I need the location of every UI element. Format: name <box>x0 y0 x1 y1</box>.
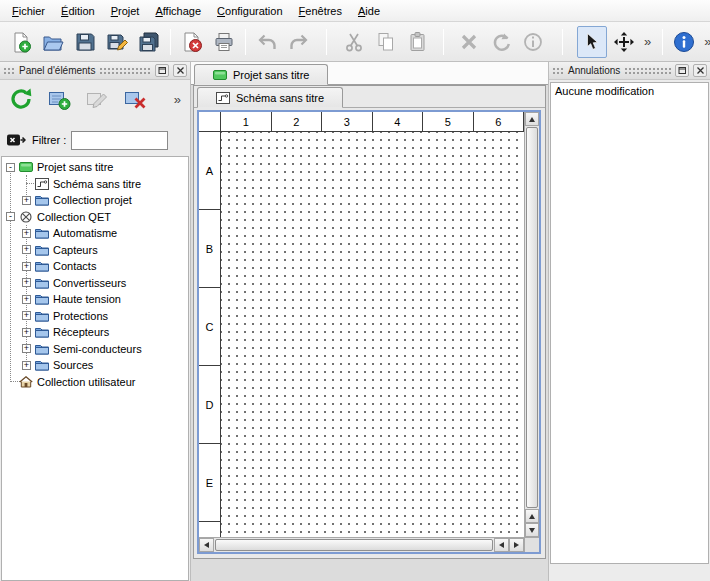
tree-expander[interactable]: + <box>22 262 31 271</box>
vertical-scroll-track[interactable] <box>526 127 538 508</box>
menu-fenetres[interactable]: Fenêtres <box>291 2 350 20</box>
tree-item-collection-qet[interactable]: - Collection QET <box>2 209 188 226</box>
close-document-button[interactable] <box>177 26 207 58</box>
cut-scissors-icon <box>343 31 365 53</box>
filter-input[interactable] <box>71 131 168 150</box>
toolbar-extension-chevron[interactable]: » <box>701 34 710 49</box>
tree-item-collection-projet[interactable]: + Collection projet <box>2 192 188 209</box>
delete-element-button[interactable] <box>120 84 150 114</box>
project-icon <box>213 69 227 81</box>
tree-expander[interactable]: - <box>6 212 15 221</box>
dock-title: Panel d'éléments <box>19 65 95 76</box>
schema-view: 1 2 3 4 5 6 A B C D E <box>197 110 541 554</box>
menu-affichage[interactable]: Affichage <box>147 2 209 20</box>
panel-toolbar-extension-chevron[interactable]: » <box>171 92 184 107</box>
move-mode-button[interactable] <box>609 26 639 58</box>
scroll-up-button[interactable] <box>525 509 539 523</box>
cut-button[interactable] <box>339 26 369 58</box>
dock-float-button[interactable] <box>155 64 169 77</box>
vertical-scrollbar[interactable] <box>524 112 539 537</box>
scroll-right-button[interactable] <box>509 538 524 552</box>
tree-expander[interactable]: + <box>22 328 31 337</box>
tree-expander[interactable]: + <box>22 196 31 205</box>
scroll-left-button[interactable] <box>199 538 214 552</box>
new-document-button[interactable] <box>6 26 36 58</box>
tree-item-projet-sans-titre[interactable]: - Projet sans titre <box>2 159 188 176</box>
tree-item-contacts[interactable]: + Contacts <box>2 258 188 275</box>
dock-float-button[interactable] <box>675 64 689 77</box>
paste-button[interactable] <box>403 26 433 58</box>
undo-list[interactable]: Aucune modification <box>550 82 709 564</box>
tree-expander[interactable]: + <box>22 361 31 370</box>
horizontal-scroll-track[interactable] <box>215 539 493 551</box>
tree-item-schema-sans-titre[interactable]: Schéma sans titre <box>2 176 188 193</box>
dock-title: Annulations <box>568 65 620 76</box>
tree-item-capteurs[interactable]: + Capteurs <box>2 242 188 259</box>
scroll-left-button[interactable] <box>494 538 509 552</box>
edit-element-button[interactable] <box>82 84 112 114</box>
clear-filter-button[interactable] <box>5 131 27 149</box>
undo-dock-titlebar[interactable]: Annulations <box>549 62 710 80</box>
dock-close-button[interactable] <box>693 64 707 77</box>
vertical-scroll-thumb[interactable] <box>526 127 538 508</box>
folder-icon <box>35 359 49 371</box>
tree-expander[interactable]: + <box>22 295 31 304</box>
toolbar-extension-chevron[interactable]: » <box>641 34 654 49</box>
menu-edition[interactable]: Édition <box>53 2 103 20</box>
tree-expander[interactable]: - <box>6 163 15 172</box>
down-arrow-icon <box>529 528 535 533</box>
horizontal-scrollbar[interactable] <box>199 537 524 552</box>
tree-item-label: Automatisme <box>53 227 117 239</box>
tree-item-collection-utilisateur[interactable]: Collection utilisateur <box>2 374 188 391</box>
diagram-canvas[interactable] <box>221 132 524 537</box>
print-button[interactable] <box>209 26 239 58</box>
tree-expander[interactable]: + <box>22 344 31 353</box>
element-info-button[interactable] <box>518 26 548 58</box>
menu-projet[interactable]: Projet <box>103 2 148 20</box>
ruler-column: 3 <box>322 112 373 131</box>
reload-collections-button[interactable] <box>6 84 36 114</box>
undo-button[interactable] <box>252 26 282 58</box>
menu-fichier[interactable]: Fichier <box>4 2 53 20</box>
tree-item-haute-tension[interactable]: + Haute tension <box>2 291 188 308</box>
save-as-button[interactable] <box>102 26 132 58</box>
tree-expander[interactable]: + <box>22 245 31 254</box>
tab-schema-sans-titre[interactable]: Schéma sans titre <box>197 87 343 108</box>
tree-item-semi-conducteurs[interactable]: + Semi-conducteurs <box>2 341 188 358</box>
paste-clipboard-icon <box>407 31 429 53</box>
scroll-up-button[interactable] <box>525 112 539 126</box>
tree-expander[interactable]: + <box>22 311 31 320</box>
delete-button[interactable] <box>454 26 484 58</box>
tree-item-protections[interactable]: + Protections <box>2 308 188 325</box>
redo-button[interactable] <box>284 26 314 58</box>
about-qet-button[interactable] <box>669 26 699 58</box>
tree-expander[interactable]: + <box>22 229 31 238</box>
open-button[interactable] <box>38 26 68 58</box>
ruler-column: 1 <box>221 112 272 131</box>
folder-icon <box>35 343 49 355</box>
elements-panel-titlebar[interactable]: Panel d'éléments <box>0 62 190 80</box>
tree-expander[interactable]: + <box>22 278 31 287</box>
mdi-area: Projet sans titre Schéma sans titre 1 2 … <box>191 62 548 581</box>
rotate-icon <box>490 31 512 53</box>
tab-projet-sans-titre[interactable]: Projet sans titre <box>194 64 328 85</box>
tree-item-recepteurs[interactable]: + Récepteurs <box>2 324 188 341</box>
info-icon <box>522 31 544 53</box>
tree-item-convertisseurs[interactable]: + Convertisseurs <box>2 275 188 292</box>
horizontal-scroll-thumb[interactable] <box>215 539 493 551</box>
menu-aide[interactable]: Aide <box>350 2 388 20</box>
save-button[interactable] <box>70 26 100 58</box>
qet-collection-icon <box>19 211 33 223</box>
save-all-button[interactable] <box>134 26 164 58</box>
tree-item-sources[interactable]: + Sources <box>2 357 188 374</box>
menu-configuration[interactable]: Configuration <box>209 2 290 20</box>
new-element-button[interactable] <box>44 84 74 114</box>
select-mode-button[interactable] <box>577 26 607 58</box>
ruler-column: 6 <box>474 112 525 131</box>
dock-close-button[interactable] <box>173 64 187 77</box>
copy-button[interactable] <box>371 26 401 58</box>
scroll-down-button[interactable] <box>525 523 539 537</box>
menu-bar: Fichier Édition Projet Affichage Configu… <box>0 0 710 22</box>
rotate-button[interactable] <box>486 26 516 58</box>
tree-item-automatisme[interactable]: + Automatisme <box>2 225 188 242</box>
